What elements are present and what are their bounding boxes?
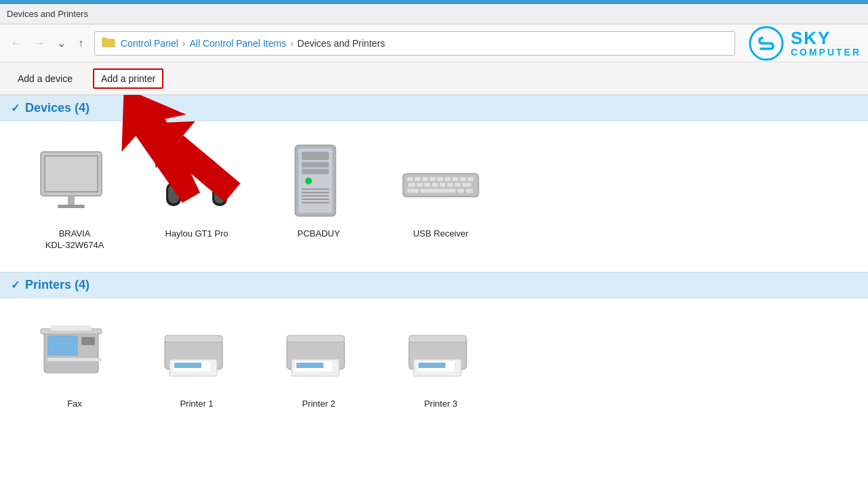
folder-icon	[102, 36, 115, 50]
path-all-items[interactable]: All Control Panel Items	[190, 38, 286, 49]
device-icon-headphones	[156, 142, 237, 223]
svg-rect-35	[425, 183, 431, 187]
svg-rect-33	[408, 183, 415, 187]
svg-rect-51	[51, 325, 92, 331]
svg-rect-47	[47, 336, 78, 356]
device-pcbaduy[interactable]: PCBADUY	[264, 135, 373, 258]
logo-text: SKY COMPUTER	[791, 28, 861, 58]
svg-rect-39	[455, 183, 461, 187]
svg-point-17	[305, 178, 312, 184]
logo-icon	[749, 26, 784, 61]
printers-section-header[interactable]: ✓ Printers (4)	[0, 272, 868, 298]
back-button[interactable]: ←	[7, 35, 26, 52]
svg-rect-42	[420, 188, 455, 192]
svg-rect-31	[460, 177, 466, 181]
device-icon-printer3	[400, 312, 481, 393]
device-bravia[interactable]: BRAVIAKDL-32W674A	[20, 135, 129, 258]
svg-rect-25	[414, 177, 420, 181]
svg-rect-32	[467, 177, 473, 181]
device-icon-fax	[34, 312, 115, 393]
device-usb-receiver[interactable]: USB Receiver	[387, 135, 495, 258]
device-label-fax: Fax	[67, 399, 82, 410]
sep1: ›	[182, 38, 186, 49]
logo-sky: SKY	[791, 28, 861, 48]
svg-rect-61	[296, 363, 323, 368]
address-path[interactable]: Control Panel › All Control Panel Items …	[94, 31, 735, 56]
device-icon-computer	[278, 142, 359, 223]
device-icon-keyboard	[400, 142, 481, 223]
logo-computer: COMPUTER	[791, 47, 861, 58]
devices-grid: BRAVIAKDL-32W674A Haylou	[0, 121, 868, 272]
svg-rect-26	[422, 177, 429, 181]
svg-rect-43	[457, 188, 464, 192]
device-label-headphones: Haylou GT1 Pro	[165, 228, 228, 240]
svg-rect-14	[302, 152, 329, 160]
device-label-usb-receiver: USB Receiver	[413, 228, 469, 240]
svg-rect-41	[407, 188, 418, 192]
svg-rect-67	[418, 363, 446, 368]
printers-chevron: ✓	[11, 279, 20, 291]
window-title: Devices and Printers	[7, 9, 88, 19]
svg-rect-40	[462, 183, 471, 187]
device-label-printer3: Printer 3	[424, 399, 457, 410]
svg-rect-7	[168, 184, 179, 203]
device-printer3[interactable]: Printer 3	[387, 305, 495, 417]
svg-rect-30	[452, 177, 458, 181]
devices-chevron: ✓	[11, 102, 20, 115]
device-icon-printer2	[278, 312, 359, 393]
device-fax[interactable]: Fax	[20, 305, 129, 417]
device-icon-monitor	[34, 142, 115, 223]
main-content: ✓ Devices (4) BRAVIAKDL-32W674A	[0, 95, 868, 488]
device-printer1[interactable]: Printer 1	[142, 305, 251, 417]
svg-rect-5	[58, 205, 85, 208]
svg-rect-69	[409, 336, 467, 342]
svg-rect-3	[45, 157, 97, 191]
devices-section-header[interactable]: ✓ Devices (4)	[0, 95, 868, 121]
device-label-bravia: BRAVIAKDL-32W674A	[45, 228, 104, 251]
svg-rect-34	[417, 183, 423, 187]
nav-buttons: ← → ⌄ ↑	[7, 34, 87, 52]
logo-area: SKY COMPUTER	[749, 26, 861, 61]
devices-section-label: Devices (4)	[25, 101, 90, 115]
device-printer2[interactable]: Printer 2	[264, 305, 373, 417]
address-bar: ← → ⌄ ↑ Control Panel › All Control Pane…	[0, 24, 868, 62]
svg-rect-16	[302, 169, 329, 174]
svg-rect-24	[407, 177, 413, 181]
svg-point-10	[182, 189, 186, 196]
add-device-button[interactable]: Add a device	[11, 70, 79, 87]
up-button[interactable]: ↑	[74, 35, 87, 52]
svg-point-11	[216, 189, 220, 196]
svg-rect-37	[439, 183, 446, 187]
device-label-printer2: Printer 2	[302, 399, 335, 410]
printers-section-label: Printers (4)	[25, 278, 90, 292]
svg-rect-38	[447, 183, 453, 187]
svg-rect-28	[437, 177, 443, 181]
toolbar: Add a device Add a printer	[0, 62, 868, 95]
path-control-panel[interactable]: Control Panel	[121, 38, 178, 49]
svg-rect-36	[432, 183, 438, 187]
sep2: ›	[290, 38, 294, 49]
device-icon-printer1	[156, 312, 237, 393]
svg-rect-63	[287, 336, 344, 342]
svg-rect-44	[466, 188, 473, 192]
svg-rect-55	[174, 363, 201, 368]
device-label-printer1: Printer 1	[180, 399, 213, 410]
dropdown-button[interactable]: ⌄	[53, 34, 70, 52]
path-devices-printers: Devices and Printers	[298, 38, 385, 49]
svg-rect-27	[430, 177, 436, 181]
svg-rect-48	[47, 358, 102, 361]
svg-rect-57	[165, 336, 222, 342]
device-label-pcbaduy: PCBADUY	[298, 228, 340, 240]
printers-grid: Fax Printer 1	[0, 298, 868, 424]
svg-rect-29	[445, 177, 451, 181]
forward-button[interactable]: →	[30, 35, 49, 52]
svg-rect-4	[68, 196, 75, 206]
window-title-bar: Devices and Printers	[0, 4, 868, 24]
device-headphones[interactable]: Haylou GT1 Pro	[142, 135, 251, 258]
svg-rect-15	[302, 162, 329, 167]
add-printer-button[interactable]: Add a printer	[93, 68, 163, 89]
svg-rect-49	[81, 337, 95, 345]
